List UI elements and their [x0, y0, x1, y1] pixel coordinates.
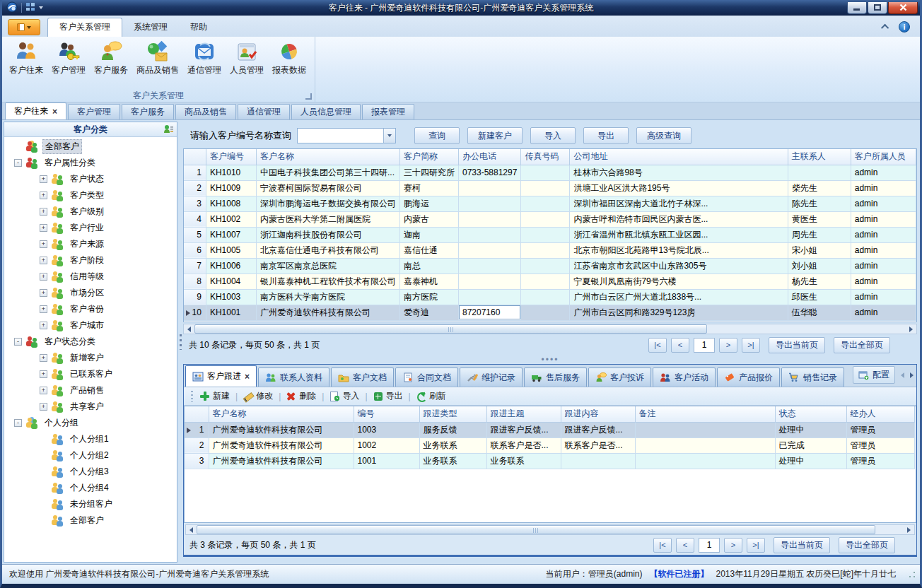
column-header[interactable]: 备注 [635, 406, 775, 422]
detail-tab-maintenance[interactable]: 维护记录 [460, 368, 523, 387]
followup-row[interactable]: 1 广州爱奇迪软件科技有限公司 1003 服务反馈 跟进客户反馈... 跟进客户… [185, 422, 914, 437]
horizontal-splitter[interactable]: •••• [183, 355, 917, 364]
followup-row[interactable]: 2 广州爱奇迪软件科技有限公司 1002 业务联系 联系客户是否... 联系客户… [185, 437, 914, 453]
tree-expander[interactable]: + [40, 370, 47, 378]
tree-item[interactable]: 个人分组2 [4, 447, 177, 464]
column-header[interactable]: 传真号码 [521, 149, 570, 165]
export-all-pages-button[interactable]: 导出全部页 [839, 537, 895, 553]
doc-tab-customer-service[interactable]: 客户服务 [122, 104, 174, 119]
doc-tab-customer-management[interactable]: 客户管理 [68, 104, 120, 119]
ribbon-button-reports[interactable]: 报表数据 [268, 39, 310, 76]
application-menu-button[interactable] [8, 19, 40, 35]
ribbon-button-customer-contacts[interactable]: 客户往来 [5, 39, 47, 76]
detail-tab-contract-docs[interactable]: 合同文档 [395, 368, 458, 387]
close-button[interactable] [888, 2, 918, 14]
tree-item[interactable]: + 客户阶段 [4, 252, 177, 269]
scrollbar-thumb[interactable] [194, 324, 707, 334]
column-header[interactable]: 客户所属人员 [851, 149, 916, 165]
import-button[interactable]: 导入 [530, 127, 576, 144]
customer-row[interactable]: 6 KH1005 北京嘉信仕通电子科技有限公司 嘉信仕通 北京市朝阳区北苑路甲1… [184, 242, 916, 258]
quick-access-dropdown-icon[interactable] [39, 6, 43, 9]
customer-row[interactable]: 8 KH1004 银川嘉泰神机工程软件技术有限公司 嘉泰神机 宁夏银川凤凰南街7… [184, 274, 916, 289]
export-button[interactable]: 导出 [583, 127, 629, 144]
page-number-box[interactable]: 1 [699, 538, 720, 553]
tree-item[interactable]: + 客户省份 [4, 301, 177, 317]
customer-grid-hscrollbar[interactable] [183, 324, 917, 334]
tree-item[interactable]: + 客户类型 [4, 187, 177, 204]
import-records-button[interactable]: 导入 [329, 390, 359, 402]
tree-item[interactable]: + 客户城市 [4, 317, 177, 334]
column-header[interactable]: 客户简称 [399, 149, 458, 165]
refresh-button[interactable]: 刷新 [416, 390, 446, 402]
advanced-query-button[interactable]: 高级查询 [636, 127, 692, 144]
next-page-button[interactable]: > [724, 538, 742, 553]
tree-item[interactable]: + 信用等级 [4, 269, 177, 285]
column-header[interactable]: 客户名称 [256, 149, 399, 165]
column-header[interactable]: 编号 [354, 406, 419, 422]
first-page-button[interactable]: |< [648, 338, 667, 353]
detail-tab-complaints[interactable]: 客户投诉 [588, 368, 651, 387]
tree-item[interactable]: 个人分组4 [4, 480, 177, 496]
delete-record-button[interactable]: 删除 [286, 390, 316, 402]
query-button[interactable]: 查询 [414, 127, 460, 144]
customer-row[interactable]: 4 KH1002 内蒙古医科大学第二附属医院 内蒙古 内蒙古呼和浩特市回民区内蒙… [184, 211, 916, 227]
detail-tab-sales-records[interactable]: 销售记录 [781, 368, 844, 387]
search-input[interactable] [298, 129, 383, 143]
ribbon-tab-crm[interactable]: 客户关系管理 [47, 18, 122, 37]
tree-expander[interactable]: - [14, 159, 22, 167]
export-current-page-button[interactable]: 导出当前页 [769, 337, 825, 353]
combo-dropdown-button[interactable] [383, 129, 395, 143]
prev-page-button[interactable]: < [671, 338, 689, 353]
column-header[interactable]: 跟进类型 [419, 406, 486, 422]
tree-expander[interactable]: + [40, 240, 47, 248]
doc-tab-reports[interactable]: 报表管理 [362, 104, 414, 119]
tree-item[interactable]: + 客户来源 [4, 236, 177, 252]
tree-expander[interactable]: + [40, 208, 47, 216]
column-header[interactable]: 跟进内容 [561, 406, 635, 422]
column-header[interactable]: 客户名称 [209, 406, 354, 422]
column-header[interactable]: 跟进主题 [486, 406, 561, 422]
new-record-button[interactable]: 新建 [200, 390, 230, 402]
tree-item[interactable]: + 已联系客户 [4, 366, 177, 382]
column-header[interactable]: 主联系人 [788, 149, 851, 165]
resize-grip-icon[interactable] [909, 571, 916, 578]
tree-expander[interactable]: + [40, 354, 47, 362]
tree-item[interactable]: - 个人分组 [4, 415, 177, 431]
software-registered-link[interactable]: 【软件已注册】 [649, 568, 708, 580]
detail-tab-product-quotes[interactable]: 产品报价 [717, 368, 780, 387]
tree-item[interactable]: - 客户属性分类 [4, 155, 177, 171]
tree-expander[interactable]: + [40, 289, 47, 297]
category-edit-icon[interactable] [163, 124, 174, 137]
tree-expander[interactable]: + [40, 175, 47, 183]
column-header[interactable]: 状态 [775, 406, 846, 422]
tree-item[interactable]: + 产品销售 [4, 382, 177, 399]
tree-item[interactable]: + 共享客户 [4, 399, 177, 415]
tree-expander[interactable]: + [40, 224, 47, 232]
customer-row[interactable]: 2 KH1009 宁波赛柯国际贸易有限公司 赛柯 洪塘工业A区洪大路195号 柴… [184, 180, 916, 196]
column-header[interactable]: 公司地址 [570, 149, 788, 165]
detail-tab-after-sales[interactable]: 售后服务 [524, 368, 587, 387]
configure-tabs-button[interactable]: 配置 [853, 366, 895, 384]
detail-tab-activities[interactable]: 客户活动 [653, 368, 716, 387]
prev-page-button[interactable]: < [676, 538, 694, 553]
tree-expander[interactable]: + [40, 387, 47, 394]
ribbon-tab-help[interactable]: 帮助 [179, 18, 218, 37]
customer-row[interactable]: 10 KH1001 广州爱奇迪软件科技有限公司 爱奇迪 87207160 广州市… [184, 305, 916, 320]
next-page-button[interactable]: > [719, 338, 737, 353]
ribbon-button-customer-management[interactable]: 客户管理 [47, 39, 90, 76]
column-header[interactable]: 客户编号 [206, 149, 256, 165]
vertical-splitter[interactable] [177, 120, 183, 564]
last-page-button[interactable]: >| [742, 338, 760, 353]
tree-item[interactable]: + 客户状态 [4, 171, 177, 187]
tree-item[interactable]: + 市场分区 [4, 285, 177, 301]
tree-expander[interactable]: + [40, 273, 47, 281]
tree-item[interactable]: + 客户级别 [4, 204, 177, 220]
ribbon-button-customer-service[interactable]: 客户服务 [90, 39, 132, 76]
customer-row[interactable]: 9 KH1003 南方医科大学南方医院 南方医院 广州市白云区广州大道北1838… [184, 289, 916, 305]
tree-item[interactable]: 全部客户 [4, 139, 177, 155]
tree-item[interactable]: - 客户状态分类 [4, 334, 177, 350]
tree-item[interactable]: + 客户行业 [4, 220, 177, 236]
column-header[interactable]: 办公电话 [458, 149, 520, 165]
ribbon-button-products-sales[interactable]: 商品及销售 [132, 39, 183, 76]
collapse-ribbon-icon[interactable] [881, 24, 889, 32]
